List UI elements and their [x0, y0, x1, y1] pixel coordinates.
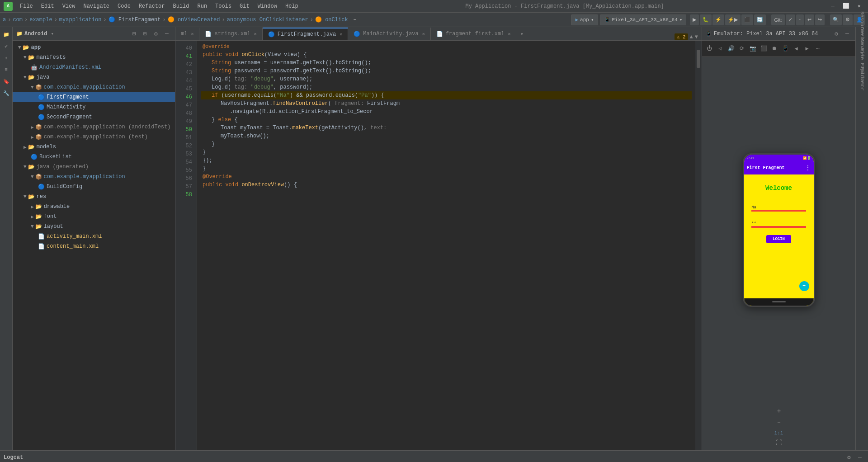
- build-run-button[interactable]: ▶: [690, 14, 699, 25]
- tree-item-package-generated[interactable]: ▼ 📦 com.example.myapplication: [13, 172, 175, 182]
- tab-fragment-first-close[interactable]: ✕: [508, 31, 510, 37]
- tab-ml-close[interactable]: ✕: [191, 31, 193, 37]
- tab-fragment-first[interactable]: 📄 fragment_first.xml ✕: [431, 28, 517, 40]
- tree-item-firstfragment[interactable]: 🔵 FirstFragment: [13, 92, 175, 102]
- emu-power-btn[interactable]: ⏻: [705, 44, 714, 53]
- sidebar-commit-icon[interactable]: ✔: [1, 41, 12, 52]
- breadcrumb-a[interactable]: a: [3, 17, 6, 23]
- phone-menu-icon[interactable]: ⋮: [805, 164, 811, 172]
- tree-item-font[interactable]: ▶ 📂 font: [13, 212, 175, 222]
- panel-icon-minimize[interactable]: —: [162, 29, 171, 38]
- git-push-button[interactable]: ↑: [796, 14, 804, 25]
- close-button[interactable]: ✕: [854, 2, 864, 10]
- tree-item-test[interactable]: ▶ 📦 com.example.myapplication (test): [13, 132, 175, 142]
- sidebar-project-icon[interactable]: 📁: [1, 29, 12, 40]
- tree-item-activity-main[interactable]: 📄 activity_main.xml: [13, 231, 175, 241]
- tree-item-bucketlist[interactable]: 🔵 BucketList: [13, 152, 175, 162]
- emulator-minimize-icon[interactable]: —: [843, 29, 852, 38]
- tab-firstfragment-close[interactable]: ✕: [340, 32, 342, 37]
- code-content[interactable]: @Override public void onClick(View view)…: [197, 41, 695, 450]
- right-tab-emulator[interactable]: Emulator: [856, 72, 868, 85]
- tree-item-package-main[interactable]: ▼ 📦 com.example.myapplication: [13, 82, 175, 92]
- tab-mainactivity-close[interactable]: ✕: [422, 31, 425, 37]
- emu-fwd-nav-btn[interactable]: ▶: [802, 44, 811, 53]
- emu-more-btn[interactable]: ⋯: [813, 44, 822, 53]
- tab-ml[interactable]: ml ✕: [175, 28, 199, 40]
- tree-item-drawable[interactable]: ▶ 📂 drawable: [13, 202, 175, 212]
- tree-item-app[interactable]: ▼ 📂 app: [13, 42, 175, 52]
- tree-item-androidmanifest[interactable]: 🤖 AndroidManifest.xml: [13, 62, 175, 72]
- tree-item-models[interactable]: ▶ 📂 models: [13, 142, 175, 152]
- tree-item-androidtest[interactable]: ▶ 📦 com.example.myapplication (androidTe…: [13, 122, 175, 132]
- sidebar-pullrequest-icon[interactable]: ⬆: [1, 52, 12, 63]
- menu-code[interactable]: Code: [114, 2, 134, 10]
- tree-item-mainactivity[interactable]: 🔵 MainActivity: [13, 102, 175, 112]
- maximize-button[interactable]: ⬜: [839, 2, 853, 10]
- sidebar-buildvariants-icon[interactable]: 🔧: [1, 88, 12, 99]
- menu-help[interactable]: Help: [282, 2, 302, 10]
- breadcrumb-example[interactable]: example: [29, 17, 52, 23]
- menu-tools[interactable]: Tools: [212, 2, 235, 10]
- panel-icon-settings[interactable]: ⚙: [151, 29, 160, 38]
- emu-stop-btn[interactable]: ⬛: [759, 44, 768, 53]
- emu-screenshot-btn[interactable]: 📷: [748, 44, 757, 53]
- menu-view[interactable]: View: [59, 2, 79, 10]
- minimize-button[interactable]: —: [828, 2, 838, 10]
- menu-run[interactable]: Run: [193, 2, 211, 10]
- breadcrumb-myapplication[interactable]: myapplication: [59, 17, 102, 23]
- sync-button[interactable]: 🔄: [754, 14, 766, 25]
- problems-down-arrow[interactable]: ▼: [695, 34, 698, 40]
- tab-firstfragment[interactable]: 🔵 FirstFragment.java ✕: [263, 28, 349, 40]
- tab-mainactivity[interactable]: 🔵 MainActivity.java ✕: [348, 28, 430, 40]
- search-everywhere-button[interactable]: 🔍: [830, 14, 842, 25]
- tree-item-res[interactable]: ▼ 📂 res: [13, 192, 175, 202]
- git-update-button[interactable]: Git:: [771, 14, 784, 25]
- tab-strings[interactable]: 📄 strings.xml ✕: [199, 28, 262, 40]
- settings-button[interactable]: ⚙: [843, 14, 853, 25]
- tree-item-layout[interactable]: ▼ 📂 layout: [13, 222, 175, 231]
- breadcrumb-arrow[interactable]: ⬅: [354, 17, 357, 23]
- tab-strings-close[interactable]: ✕: [254, 31, 257, 37]
- git-check-button[interactable]: ✓: [786, 14, 795, 25]
- panel-icon-horizontal[interactable]: ⊟: [130, 29, 139, 38]
- right-tab-file-explorer[interactable]: Device File Explorer: [856, 51, 868, 63]
- tree-item-java[interactable]: ▼ 📂 java: [13, 72, 175, 82]
- emulator-settings-icon[interactable]: ⚙: [832, 29, 841, 38]
- logcat-settings-icon[interactable]: ⚙: [844, 453, 854, 462]
- menu-file[interactable]: File: [16, 2, 37, 10]
- undo-button[interactable]: ↩: [805, 14, 814, 25]
- breadcrumb-anonymous[interactable]: anonymous OnClickListener: [227, 17, 308, 23]
- phone-login-button[interactable]: LOGIN: [766, 235, 791, 243]
- breadcrumb-firstfragment[interactable]: 🔵 FirstFragment: [108, 16, 161, 23]
- device-dropdown[interactable]: 📱 Pixel_3a_API_33_x86_64 ▾: [600, 14, 687, 25]
- breadcrumb-com[interactable]: com: [13, 17, 23, 23]
- tree-item-manifests[interactable]: ▼ 📂 manifests: [13, 52, 175, 62]
- menu-edit[interactable]: Edit: [38, 2, 58, 10]
- phone-fab-button[interactable]: +: [799, 281, 809, 291]
- apply-changes-button[interactable]: ⚡▶: [725, 14, 741, 25]
- emu-rotate-btn[interactable]: ⟳: [737, 44, 746, 53]
- emu-record-btn[interactable]: ⏺: [770, 44, 779, 53]
- debug-button[interactable]: 🐛: [700, 14, 712, 25]
- tree-item-buildconfig[interactable]: 🔵 BuildConfig: [13, 182, 175, 192]
- emu-fullscreen-btn[interactable]: ⛶: [776, 439, 782, 447]
- sidebar-bookmarks-icon[interactable]: 🔖: [1, 76, 12, 87]
- tab-more-arrow[interactable]: ▾: [516, 28, 527, 40]
- emu-zoom-in-btn[interactable]: ＋: [776, 407, 782, 415]
- sidebar-structure-icon[interactable]: ≡: [1, 64, 12, 75]
- emu-zoom-out-btn[interactable]: －: [776, 419, 782, 427]
- breadcrumb-onclick[interactable]: 🟠 onClick: [315, 16, 348, 23]
- tree-item-content-main[interactable]: 📄 content_main.xml: [13, 241, 175, 251]
- tree-item-secondfragment[interactable]: 🔵 SecondFragment: [13, 112, 175, 122]
- menu-navigate[interactable]: Navigate: [80, 2, 113, 10]
- emu-home-btn[interactable]: 🔊: [726, 44, 736, 53]
- stop-button[interactable]: ⬛: [741, 14, 753, 25]
- tree-item-java-generated[interactable]: ▼ 📂 java (generated): [13, 162, 175, 172]
- emu-fold-btn[interactable]: 📱: [781, 44, 790, 53]
- menu-git[interactable]: Git: [236, 2, 253, 10]
- warning-count[interactable]: ⚠ 2: [675, 33, 688, 40]
- problems-up-arrow[interactable]: ▲: [690, 34, 693, 40]
- run-config-dropdown[interactable]: ▶ app ▾: [571, 14, 598, 25]
- menu-refactor[interactable]: Refactor: [135, 2, 169, 10]
- breadcrumb-onviewcreated[interactable]: 🟠 onViewCreated: [168, 16, 220, 23]
